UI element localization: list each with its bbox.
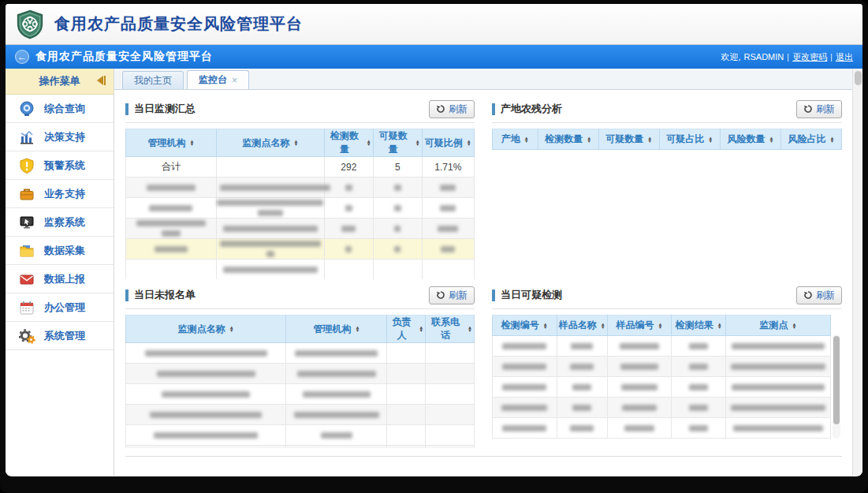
back-icon[interactable]: ← xyxy=(15,50,29,64)
column-header[interactable]: 检测结果▲▼ xyxy=(672,316,726,336)
sidebar-item-label: 办公管理 xyxy=(44,301,85,315)
column-header[interactable]: 产地▲▼ xyxy=(493,129,538,150)
chart-icon xyxy=(18,129,35,146)
calendar-icon xyxy=(18,299,35,316)
column-header[interactable]: 监测点名称▲▼ xyxy=(216,129,324,157)
sidebar-item-4[interactable]: 业务支持 xyxy=(6,180,114,208)
unreported-table: 监测点名称▲▼管理机构▲▼负责人▲▼联系电话▲▼ xyxy=(125,315,475,448)
logout-link[interactable]: 退出 xyxy=(836,51,853,63)
refresh-button[interactable]: 刷新 xyxy=(429,286,475,304)
refresh-button[interactable]: 刷新 xyxy=(796,286,842,304)
column-header[interactable]: 检测编号▲▼ xyxy=(493,316,557,336)
sort-icon: ▲▼ xyxy=(769,136,773,143)
monitor-summary-table: 管理机构▲▼监测点名称▲▼检测数量▲▼可疑数量▲▼可疑比例▲▼合计29251.7… xyxy=(125,129,475,279)
table-row xyxy=(126,364,475,384)
scrollbar-thumb[interactable] xyxy=(855,71,862,85)
sidebar-item-5[interactable]: 监察系统 xyxy=(6,208,114,237)
sidebar-item-7[interactable]: 数据上报 xyxy=(6,265,114,293)
refresh-button[interactable]: 刷新 xyxy=(429,100,475,118)
column-header[interactable]: 风险数量▲▼ xyxy=(720,129,780,150)
column-header[interactable]: 管理机构▲▼ xyxy=(126,129,217,157)
dashboard-content: 当日监测汇总 刷新 管理机构▲▼监测点名称▲▼检测数量▲▼可疑数量▲▼可疑比例▲… xyxy=(114,90,862,475)
tab-1[interactable]: 我的主页 xyxy=(122,71,184,89)
sidebar-item-label: 数据采集 xyxy=(44,244,85,258)
table-row xyxy=(126,343,475,364)
column-header[interactable]: 管理机构▲▼ xyxy=(286,316,387,343)
column-header[interactable]: 可疑占比▲▼ xyxy=(659,129,720,150)
sort-icon: ▲▼ xyxy=(293,140,298,146)
table-row xyxy=(126,218,475,239)
column-header[interactable]: 负责人▲▼ xyxy=(387,316,426,343)
table-row xyxy=(126,425,475,446)
refresh-button[interactable]: 刷新 xyxy=(796,100,842,118)
table-row xyxy=(493,418,831,439)
refresh-icon xyxy=(436,290,445,300)
column-header[interactable]: 联系电话▲▼ xyxy=(426,316,475,343)
folder-icon xyxy=(18,242,35,260)
sort-icon: ▲▼ xyxy=(467,140,471,146)
sort-icon: ▲▼ xyxy=(658,323,663,329)
table-row xyxy=(126,260,475,280)
column-header[interactable]: 监测点名称▲▼ xyxy=(126,316,286,343)
refresh-icon xyxy=(436,104,445,114)
sidebar-item-3[interactable]: 预警系统 xyxy=(6,151,114,180)
table-row xyxy=(126,446,475,449)
column-header[interactable]: 风险占比▲▼ xyxy=(780,129,841,150)
sort-icon: ▲▼ xyxy=(355,326,359,332)
table-row xyxy=(126,384,475,405)
sidebar-item-6[interactable]: 数据采集 xyxy=(6,237,114,265)
gears-icon xyxy=(18,327,35,345)
app-header: 食用农产品质量安全风险管理平台 xyxy=(6,4,862,45)
scrollbar-thumb[interactable] xyxy=(833,336,840,424)
content-divider xyxy=(125,456,842,457)
table-row xyxy=(493,377,831,398)
panel-title: 当日监测汇总 xyxy=(134,102,196,116)
shield-alert-icon xyxy=(18,157,35,174)
panel-title: 产地农残分析 xyxy=(501,102,562,116)
sort-icon: ▲▼ xyxy=(708,136,713,143)
column-header[interactable]: 样品编号▲▼ xyxy=(607,316,672,336)
column-header[interactable]: 可疑比例▲▼ xyxy=(422,129,474,157)
close-tab-icon[interactable]: × xyxy=(232,75,237,86)
column-header[interactable]: 检测数量▲▼ xyxy=(324,129,373,157)
sidebar-item-label: 业务支持 xyxy=(44,187,85,201)
table-row xyxy=(126,177,475,198)
sort-icon: ▲▼ xyxy=(419,326,423,332)
sidebar-item-9[interactable]: 系统管理 xyxy=(6,322,114,350)
panel-accent xyxy=(492,103,495,115)
panel-accent xyxy=(125,289,129,301)
panel-scrollbar[interactable] xyxy=(833,334,840,439)
tab-2[interactable]: 监控台× xyxy=(187,70,249,89)
table-row xyxy=(493,398,831,418)
sort-icon: ▲▼ xyxy=(587,136,591,143)
table-row xyxy=(126,198,475,218)
page-scrollbar[interactable] xyxy=(852,69,862,476)
panel-accent xyxy=(125,103,129,115)
sidebar-item-2[interactable]: 决策支持 xyxy=(6,123,114,151)
monitor-icon xyxy=(18,214,35,231)
sort-icon: ▲▼ xyxy=(829,136,834,143)
collapse-sidebar-icon[interactable] xyxy=(97,76,106,85)
suspicious-table: 检测编号▲▼样品名称▲▼样品编号▲▼检测结果▲▼监测点▲▼ xyxy=(492,315,831,439)
table-row xyxy=(126,239,475,260)
sidebar-item-8[interactable]: 办公管理 xyxy=(6,293,114,322)
column-header[interactable]: 监测点▲▼ xyxy=(725,316,830,336)
sort-icon: ▲▼ xyxy=(717,323,722,329)
tab-bar: 我的主页监控台× xyxy=(114,69,862,90)
sort-icon: ▲▼ xyxy=(189,140,194,146)
column-header[interactable]: 可疑数量▲▼ xyxy=(598,129,659,150)
sidebar-menu: 综合查询决策支持预警系统业务支持监察系统数据采集数据上报办公管理系统管理 xyxy=(6,95,114,350)
refresh-icon xyxy=(803,104,813,114)
sidebar-item-1[interactable]: 综合查询 xyxy=(6,95,114,123)
banner-title: 食用农产品质量安全风险管理平台 xyxy=(35,50,213,64)
column-header[interactable]: 样品名称▲▼ xyxy=(557,316,607,336)
sidebar-item-label: 决策支持 xyxy=(44,130,85,144)
banner-bar: ← 食用农产品质量安全风险管理平台 欢迎, RSADMIN | 更改密码 | 退… xyxy=(6,45,862,69)
column-header[interactable]: 可疑数量▲▼ xyxy=(373,129,422,157)
change-password-link[interactable]: 更改密码 xyxy=(792,51,827,63)
username: RSADMIN xyxy=(744,52,784,62)
user-info: 欢迎, RSADMIN | 更改密码 | 退出 xyxy=(721,51,853,63)
column-header[interactable]: 检测数量▲▼ xyxy=(538,129,598,150)
window-frame: 食用农产品质量安全风险管理平台 ← 食用农产品质量安全风险管理平台 欢迎, RS… xyxy=(0,0,868,493)
sidebar-item-label: 综合查询 xyxy=(44,102,85,116)
